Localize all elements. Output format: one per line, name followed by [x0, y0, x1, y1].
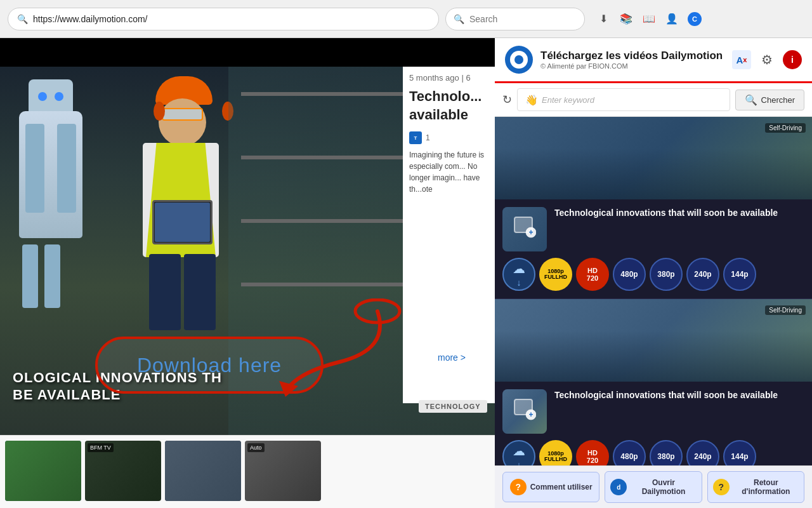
thumb-4[interactable]: Auto	[245, 441, 321, 501]
settings-gear-icon[interactable]: ⚙	[757, 50, 776, 69]
result-2-title: Technological innovations that will soon…	[554, 389, 804, 401]
meta-separator: | 6	[461, 73, 470, 83]
address-search-icon: 🔍	[17, 14, 28, 24]
address-bar[interactable]: 🔍 https://www.dailymotion.com/	[8, 8, 439, 30]
cloud-download-btn-2[interactable]: ☁ ↓	[502, 440, 535, 465]
plugin-header-icons: Ax ⚙ i	[732, 50, 802, 69]
cloud-arrow: ↓	[517, 277, 521, 288]
hd720-label-top: HD	[587, 267, 598, 274]
search-btn-icon: 🔍	[745, 94, 757, 106]
search-input[interactable]	[469, 14, 552, 24]
info-button[interactable]: ? Retour d'information	[707, 471, 804, 503]
dailymotion-page: OLOGICAL INNOVATIONS TH BE AVAILABLE Dow…	[0, 38, 495, 508]
download-annotation: Download here	[89, 333, 330, 397]
url-text: https://www.dailymotion.com/	[33, 14, 148, 24]
thumb-4-label: Auto	[247, 443, 265, 452]
plugin-logo-dot	[514, 55, 523, 64]
download-text: Download here	[137, 354, 282, 377]
result-1-quality-buttons: ☁ ↓ 1080p FULLHD HD 720 480p	[502, 258, 804, 291]
thumb-3[interactable]	[165, 441, 241, 501]
keyword-placeholder: Enter keyword	[542, 95, 594, 105]
plugin-title-area: Téléchargez les vidéos Dailymotion © Ali…	[540, 50, 724, 70]
result-2-top: + Technological innovations that will so…	[502, 389, 804, 434]
self-driving-label: Self-Driving	[765, 123, 806, 133]
cloud-icon: ☁	[513, 261, 525, 276]
cloud-arrow-2: ↓	[517, 460, 521, 465]
car-preview-top: Self-Driving	[495, 117, 812, 199]
profile-icon[interactable]: 👤	[665, 12, 679, 26]
240p-label: 240p	[694, 270, 711, 279]
plugin-logo	[505, 46, 533, 74]
technology-tag[interactable]: TECHNOLOGY	[419, 400, 487, 413]
wave-emoji: 👋	[525, 94, 538, 106]
quality-480p-btn-1[interactable]: 480p	[613, 258, 646, 291]
bookmarks-icon[interactable]: 📚	[619, 12, 633, 26]
open-dm-icon: d	[610, 479, 627, 495]
quality-380p-btn-1[interactable]: 380p	[650, 258, 683, 291]
quality-480p-btn-2[interactable]: 480p	[613, 440, 646, 465]
hd720-label-bottom: 720	[587, 274, 598, 282]
self-driving-label-2: Self-Driving	[765, 305, 806, 315]
search-btn-label: Chercher	[761, 95, 795, 105]
144p-label: 144p	[731, 270, 748, 279]
browser-toolbar-icons: ⬇ 📚 📖 👤 C	[596, 12, 702, 26]
result-1-title: Technological innovations that will soon…	[554, 207, 804, 218]
quality-hd720-btn-2[interactable]: HD 720	[576, 440, 609, 465]
how-to-use-icon: ?	[510, 479, 527, 495]
cloud-download-btn-1[interactable]: ☁ ↓	[502, 258, 535, 291]
translate-icon[interactable]: Ax	[732, 50, 751, 69]
result-2-quality-buttons: ☁ ↓ 1080p FULLHD HD 720 480p	[502, 440, 804, 465]
quality-240p-btn-1[interactable]: 240p	[686, 258, 719, 291]
480p-label: 480p	[620, 270, 638, 279]
article-meta: 5 months ago | 6	[409, 73, 488, 83]
quality-144p-btn-2[interactable]: 144p	[723, 440, 756, 465]
result-item-1: + Technological innovations that will so…	[495, 199, 812, 299]
browser-search-bar[interactable]: 🔍	[445, 8, 585, 30]
article-title: Technolo... available	[409, 88, 488, 124]
quality-1080p-btn-2[interactable]: 1080p FULLHD	[539, 440, 572, 465]
open-dm-label: Ouvrir Dailymotion	[631, 478, 696, 496]
result-item-2: + Technological innovations that will so…	[495, 382, 812, 465]
robot-eye-left	[38, 92, 47, 101]
plugin-header: Téléchargez les vidéos Dailymotion © Ali…	[495, 38, 812, 83]
search-magnify-icon: 🔍	[454, 14, 464, 24]
result-2-thumbnail: +	[502, 389, 547, 434]
thumb-2[interactable]: BFM TV	[85, 441, 161, 501]
bottom-thumbnails: BFM TV Auto	[0, 435, 495, 508]
plugin-search-bar: ↻ 👋 Enter keyword 🔍 Chercher	[495, 83, 812, 117]
info-label: Retour d'information	[733, 478, 799, 496]
plugin-subtitle: © Alimenté par FBION.COM	[540, 62, 724, 70]
quality-240p-btn-2[interactable]: 240p	[686, 440, 719, 465]
svg-text:+: +	[528, 410, 533, 419]
thumb-2-label: BFM TV	[88, 443, 114, 452]
open-dailymotion-button[interactable]: d Ouvrir Dailymotion	[605, 471, 702, 503]
380p-label: 380p	[657, 270, 674, 279]
keyword-input-wrapper[interactable]: 👋 Enter keyword	[517, 88, 730, 111]
refresh-icon[interactable]: ↻	[502, 93, 512, 107]
cloud-icon-2: ☁	[513, 443, 525, 458]
how-to-use-label: Comment utiliser	[530, 483, 593, 491]
reader-icon[interactable]: 📖	[642, 12, 656, 26]
main-content: OLOGICAL INNOVATIONS TH BE AVAILABLE Dow…	[0, 38, 812, 508]
plugin-results: Self-Driving +	[495, 117, 812, 465]
plugin-panel: Téléchargez les vidéos Dailymotion © Ali…	[495, 38, 812, 508]
dm-top-bar	[0, 38, 495, 67]
download-icon[interactable]: ⬇	[596, 12, 610, 26]
article-body: Imagining the future is especially com..…	[409, 149, 488, 195]
thumb-1[interactable]	[5, 441, 81, 501]
quality-144p-btn-1[interactable]: 144p	[723, 258, 756, 291]
chercher-button[interactable]: 🔍 Chercher	[735, 90, 804, 110]
plugin-title: Téléchargez les vidéos Dailymotion	[540, 50, 724, 62]
quality-1080p-btn-1[interactable]: 1080p FULLHD	[539, 258, 572, 291]
result-1-info: Technological innovations that will soon…	[554, 207, 804, 251]
more-button[interactable]: more >	[438, 352, 466, 363]
extension-icon[interactable]: C	[688, 12, 702, 26]
how-to-use-button[interactable]: ? Comment utiliser	[502, 472, 599, 502]
robot-eye-right	[55, 92, 63, 101]
car-preview-bottom: Self-Driving	[495, 299, 812, 382]
article-date: 5 months ago	[409, 73, 459, 83]
quality-380p-btn-2[interactable]: 380p	[650, 440, 683, 465]
info-footer-icon: ?	[713, 479, 730, 495]
info-icon[interactable]: i	[783, 50, 802, 69]
quality-hd720-btn-1[interactable]: HD 720	[576, 258, 609, 291]
